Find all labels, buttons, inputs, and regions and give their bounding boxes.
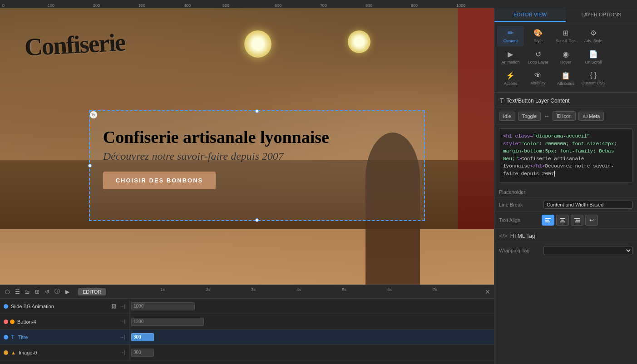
align-right-icon bbox=[574, 217, 580, 223]
section-t-icon: T bbox=[500, 97, 504, 104]
icon-loop-layer[interactable]: ↺ Loop Layer bbox=[525, 47, 552, 68]
editor-button[interactable]: EDITOR bbox=[78, 288, 106, 295]
custom-css-icon: { } bbox=[590, 71, 597, 79]
animation-label: Animation bbox=[501, 60, 519, 65]
right-panel: EDITOR VIEW LAYER OPTIONS ✏ Content 🎨 St… bbox=[494, 8, 637, 364]
timeline-close-button[interactable]: ✕ bbox=[485, 288, 490, 295]
loop-layer-label: Loop Layer bbox=[528, 60, 548, 65]
actions-label: Actions bbox=[504, 81, 518, 86]
timeline: ⬡ ☰ 🗂 ⊞ ↺ ⓘ ▶ EDITOR 1s 2s 3s 4s 5s bbox=[0, 285, 494, 364]
slide-subtitle: Découvrez notre savoir-faire depuis 2007 bbox=[103, 150, 411, 162]
icon-on-scroll[interactable]: 📄 On Scroll bbox=[580, 47, 607, 68]
slide-content: Confiserie artisanale lyonnaise Découvre… bbox=[94, 119, 420, 199]
timeline-row-titre[interactable]: T Titre →| 300 bbox=[0, 330, 494, 345]
timeline-header: ⬡ ☰ 🗂 ⊞ ↺ ⓘ ▶ EDITOR 1s 2s 3s 4s 5s bbox=[0, 285, 494, 299]
timeline-rows: Slide BG Animation 🖼 →| 1000 Button-4 →| bbox=[0, 299, 494, 364]
timeline-row-button4[interactable]: Button-4 →| 1200 bbox=[0, 314, 494, 330]
align-left-button[interactable] bbox=[542, 215, 554, 226]
ruler-mark-500: 500 bbox=[222, 3, 229, 8]
toggle-button[interactable]: Toggle bbox=[518, 112, 541, 121]
folder-icon[interactable]: 🗂 bbox=[24, 288, 31, 295]
time-4s: 4s bbox=[296, 287, 301, 292]
canvas[interactable]: Confiserie ↻ Confiserie artisanale lyonn… bbox=[0, 8, 494, 285]
html-style-attr: style= bbox=[503, 141, 521, 147]
align-special-button[interactable]: ↩ bbox=[585, 215, 598, 226]
visibility-icon: 👁 bbox=[534, 71, 542, 79]
icon-attributes[interactable]: 📋 Attributes bbox=[553, 69, 579, 89]
icon-animation[interactable]: ▶ Animation bbox=[497, 47, 524, 68]
text-editor-area[interactable]: <h1 class="diaporama-accueil" style="col… bbox=[499, 128, 632, 183]
handle-mid-left[interactable] bbox=[88, 164, 92, 167]
align-right-button[interactable] bbox=[571, 215, 583, 226]
tl-bar-button4[interactable]: 1200 bbox=[131, 318, 204, 326]
row-name-titre: Titre bbox=[18, 334, 117, 340]
door bbox=[458, 8, 494, 229]
row-arrow-slide-bg: →| bbox=[119, 304, 125, 309]
ruler-mark-400: 400 bbox=[184, 3, 191, 8]
meta-btn-label: Meta bbox=[589, 113, 600, 119]
list-icon[interactable]: ☰ bbox=[14, 288, 21, 295]
row-name-image0: Image-0 bbox=[19, 350, 117, 355]
handle-top-center[interactable] bbox=[255, 109, 259, 113]
timeline-row-image0[interactable]: ▲ Image-0 →| 300 bbox=[0, 345, 494, 360]
wrapping-tag-select[interactable] bbox=[543, 246, 632, 255]
html-tag-bracket-icon: </> bbox=[499, 232, 508, 239]
icon-hover[interactable]: ◉ Hover bbox=[553, 47, 579, 68]
row-track-button4[interactable]: 1200 bbox=[129, 314, 494, 329]
content-label: Content bbox=[504, 39, 518, 44]
loop-layer-icon: ↺ bbox=[535, 50, 541, 59]
time-2s: 2s bbox=[206, 287, 210, 292]
slide-title: Confiserie artisanale lyonnaise bbox=[103, 128, 411, 147]
icon-content[interactable]: ✏ Content bbox=[497, 26, 524, 46]
play-icon[interactable]: ▶ bbox=[64, 288, 71, 295]
align-center-icon bbox=[559, 217, 566, 223]
row-track-slide-bg[interactable]: 1000 bbox=[129, 299, 494, 314]
html-tag-row: </> HTML Tag bbox=[494, 229, 637, 243]
line-break-select[interactable]: Content and Width Based bbox=[543, 201, 632, 209]
time-1s: 1s bbox=[160, 287, 165, 292]
line-break-label: Line Break bbox=[499, 202, 540, 207]
content-section-title: Text/Button Layer Content bbox=[507, 98, 570, 104]
icon-size-pos[interactable]: ⊞ Size & Pos bbox=[553, 26, 579, 46]
ruler: 0 100 200 300 400 500 600 700 800 900 10… bbox=[0, 0, 637, 8]
time-7s: 7s bbox=[433, 287, 437, 292]
icon-custom-css[interactable]: { } Custom CSS bbox=[580, 69, 607, 89]
slide-cta-button[interactable]: CHOISIR DES BONBONS bbox=[103, 172, 216, 189]
attributes-label: Attributes bbox=[557, 81, 574, 86]
canvas-wrap: Confiserie ↻ Confiserie artisanale lyonn… bbox=[0, 8, 494, 364]
tab-layer-options[interactable]: LAYER OPTIONS bbox=[566, 8, 637, 22]
row-track-image0[interactable]: 300 bbox=[129, 345, 494, 360]
handle-rotate[interactable]: ↻ bbox=[90, 111, 97, 118]
ruler-mark-800: 800 bbox=[365, 3, 372, 8]
toolbar-arrow-icon: ↔ bbox=[543, 113, 550, 120]
timeline-row-slide-bg[interactable]: Slide BG Animation 🖼 →| 1000 bbox=[0, 299, 494, 314]
tl-bar-image0[interactable]: 300 bbox=[131, 349, 154, 357]
layers-icon[interactable]: ⬡ bbox=[4, 288, 11, 295]
tl-bar-titre[interactable]: 300 bbox=[131, 333, 154, 341]
adv-style-label: Adv. Style bbox=[584, 39, 602, 44]
icon-button[interactable]: ⊞ Icon bbox=[553, 111, 576, 121]
icon-adv-style[interactable]: ⚙ Adv. Style bbox=[580, 26, 607, 46]
style-label: Style bbox=[533, 39, 543, 44]
tl-bar-slide-bg[interactable]: 1000 bbox=[131, 302, 195, 310]
icon-style[interactable]: 🎨 Style bbox=[525, 26, 552, 46]
tab-editor-view[interactable]: EDITOR VIEW bbox=[494, 8, 566, 22]
row-arrow-image0: →| bbox=[119, 350, 125, 355]
icon-actions[interactable]: ⚡ Actions bbox=[497, 69, 524, 89]
size-pos-icon: ⊞ bbox=[563, 29, 568, 37]
grid-icon[interactable]: ⊞ bbox=[34, 288, 41, 295]
loop-icon[interactable]: ↺ bbox=[44, 288, 51, 295]
info-icon[interactable]: ⓘ bbox=[54, 288, 61, 295]
align-center-button[interactable] bbox=[556, 215, 569, 226]
row-track-titre[interactable]: 300 bbox=[129, 330, 494, 344]
line-break-row: Line Break Content and Width Based bbox=[494, 198, 637, 212]
icon-visibility[interactable]: 👁 Visibility bbox=[525, 69, 552, 89]
light-fixture-2 bbox=[348, 30, 370, 53]
hover-icon: ◉ bbox=[563, 50, 569, 59]
idle-button[interactable]: Idle bbox=[499, 112, 515, 121]
html-class-value: "diaporama-accueil" bbox=[533, 133, 590, 139]
row-image-icon: 🖼 bbox=[111, 303, 117, 310]
meta-button[interactable]: 🏷 Meta bbox=[578, 112, 604, 121]
handle-bottom-center[interactable] bbox=[255, 218, 259, 222]
text-align-label: Text Align bbox=[499, 217, 540, 223]
